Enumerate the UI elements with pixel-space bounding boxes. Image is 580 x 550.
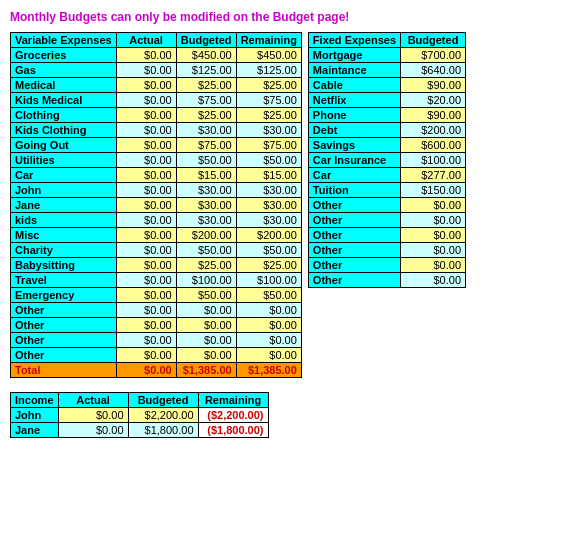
main-tables: Variable ExpensesActualBudgetedRemaining… <box>10 32 570 378</box>
var-row-budgeted: $125.00 <box>176 63 236 78</box>
var-row-actual: $0.00 <box>116 303 176 318</box>
var-row-budgeted: $200.00 <box>176 228 236 243</box>
fix-row-label: Car <box>308 168 400 183</box>
inc-row-budgeted: $2,200.00 <box>128 408 198 423</box>
var-row-actual: $0.00 <box>116 48 176 63</box>
var-row-label: Going Out <box>11 138 117 153</box>
var-row-label: Babysitting <box>11 258 117 273</box>
var-row-budgeted: $30.00 <box>176 183 236 198</box>
var-row-label: Charity <box>11 243 117 258</box>
var-row-label: Other <box>11 318 117 333</box>
var-row-label: Gas <box>11 63 117 78</box>
var-row-remaining: $0.00 <box>236 318 301 333</box>
inc-row-budgeted: $1,800.00 <box>128 423 198 438</box>
var-row-actual: $0.00 <box>116 138 176 153</box>
variable-expenses-table: Variable ExpensesActualBudgetedRemaining… <box>10 32 302 378</box>
fix-row-budgeted: $0.00 <box>401 213 466 228</box>
var-row-remaining: $30.00 <box>236 123 301 138</box>
var-row-actual: $0.00 <box>116 213 176 228</box>
var-row-remaining: $30.00 <box>236 183 301 198</box>
var-row-label: Other <box>11 348 117 363</box>
var-row-remaining: $75.00 <box>236 138 301 153</box>
var-row-label: Travel <box>11 273 117 288</box>
var-row-budgeted: $0.00 <box>176 303 236 318</box>
var-row-budgeted: $15.00 <box>176 168 236 183</box>
var-row-remaining: $30.00 <box>236 213 301 228</box>
var-row-budgeted: $0.00 <box>176 333 236 348</box>
var-row-actual: $0.00 <box>116 258 176 273</box>
fix-row-budgeted: $600.00 <box>401 138 466 153</box>
var-row-budgeted: $50.00 <box>176 288 236 303</box>
fix-row-budgeted: $640.00 <box>401 63 466 78</box>
var-row-budgeted: $0.00 <box>176 348 236 363</box>
var-row-label: Medical <box>11 78 117 93</box>
inc-col-header-3: Remaining <box>198 393 268 408</box>
var-row-remaining: $100.00 <box>236 273 301 288</box>
fix-row-budgeted: $0.00 <box>401 198 466 213</box>
var-row-actual: $0.00 <box>116 93 176 108</box>
fix-row-budgeted: $0.00 <box>401 243 466 258</box>
var-row-label: Utilities <box>11 153 117 168</box>
var-row-actual: $0.00 <box>116 273 176 288</box>
fix-row-label: Other <box>308 243 400 258</box>
var-row-budgeted: $75.00 <box>176 93 236 108</box>
fix-row-budgeted: $0.00 <box>401 228 466 243</box>
fix-row-budgeted: $0.00 <box>401 258 466 273</box>
var-total-budgeted: $1,385.00 <box>176 363 236 378</box>
inc-row-remaining: ($2,200.00) <box>198 408 268 423</box>
income-table: IncomeActualBudgetedRemainingJohn$0.00$2… <box>10 392 269 438</box>
var-col-header-0: Variable Expenses <box>11 33 117 48</box>
fix-row-budgeted: $90.00 <box>401 108 466 123</box>
fix-row-label: Other <box>308 258 400 273</box>
inc-col-header-1: Actual <box>58 393 128 408</box>
var-row-label: Car <box>11 168 117 183</box>
income-section: IncomeActualBudgetedRemainingJohn$0.00$2… <box>10 392 570 438</box>
var-row-remaining: $75.00 <box>236 93 301 108</box>
var-row-label: Other <box>11 303 117 318</box>
fix-col-header-1: Budgeted <box>401 33 466 48</box>
var-row-actual: $0.00 <box>116 228 176 243</box>
var-row-budgeted: $30.00 <box>176 198 236 213</box>
var-row-actual: $0.00 <box>116 123 176 138</box>
fix-row-label: Mortgage <box>308 48 400 63</box>
var-row-actual: $0.00 <box>116 63 176 78</box>
var-row-remaining: $15.00 <box>236 168 301 183</box>
fix-row-label: Other <box>308 273 400 288</box>
fixed-expenses-table: Fixed ExpensesBudgetedMortgage$700.00Mai… <box>308 32 466 288</box>
fix-row-label: Other <box>308 228 400 243</box>
fix-row-budgeted: $90.00 <box>401 78 466 93</box>
fix-row-label: Debt <box>308 123 400 138</box>
var-row-actual: $0.00 <box>116 333 176 348</box>
var-row-remaining: $25.00 <box>236 258 301 273</box>
var-row-actual: $0.00 <box>116 78 176 93</box>
fix-row-label: Savings <box>308 138 400 153</box>
fix-row-label: Other <box>308 213 400 228</box>
inc-col-header-0: Income <box>11 393 59 408</box>
var-total-actual: $0.00 <box>116 363 176 378</box>
var-col-header-1: Actual <box>116 33 176 48</box>
var-row-budgeted: $25.00 <box>176 258 236 273</box>
var-row-actual: $0.00 <box>116 183 176 198</box>
var-row-budgeted: $25.00 <box>176 108 236 123</box>
var-row-label: John <box>11 183 117 198</box>
var-row-actual: $0.00 <box>116 318 176 333</box>
var-col-header-2: Budgeted <box>176 33 236 48</box>
var-row-label: Other <box>11 333 117 348</box>
var-total-remaining: $1,385.00 <box>236 363 301 378</box>
var-row-remaining: $25.00 <box>236 108 301 123</box>
var-row-remaining: $200.00 <box>236 228 301 243</box>
var-row-label: Kids Medical <box>11 93 117 108</box>
var-row-actual: $0.00 <box>116 153 176 168</box>
inc-row-label: Jane <box>11 423 59 438</box>
inc-row-label: John <box>11 408 59 423</box>
fix-row-label: Phone <box>308 108 400 123</box>
var-row-actual: $0.00 <box>116 348 176 363</box>
var-row-actual: $0.00 <box>116 108 176 123</box>
var-row-label: Jane <box>11 198 117 213</box>
var-row-label: Clothing <box>11 108 117 123</box>
header-message: Monthly Budgets can only be modified on … <box>10 10 570 24</box>
fix-row-budgeted: $700.00 <box>401 48 466 63</box>
var-row-budgeted: $100.00 <box>176 273 236 288</box>
var-row-remaining: $50.00 <box>236 153 301 168</box>
var-row-remaining: $0.00 <box>236 333 301 348</box>
